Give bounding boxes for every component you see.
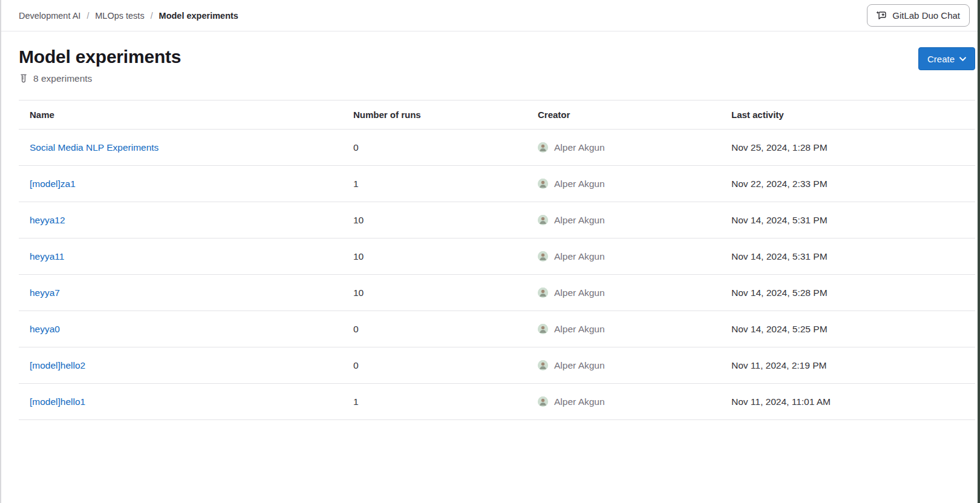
runs-count: 10	[342, 288, 527, 298]
last-activity: Nov 11, 2024, 11:01 AM	[720, 396, 975, 407]
title-block: Model experiments 8 experiments	[19, 46, 181, 84]
create-button-label: Create	[927, 54, 955, 64]
avatar	[538, 251, 548, 261]
table-row: [model]hello2 0 Alper Akgun Nov 11, 2024…	[19, 347, 975, 384]
avatar	[538, 324, 548, 334]
runs-count: 10	[342, 215, 527, 226]
avatar	[538, 142, 548, 153]
last-activity: Nov 11, 2024, 2:19 PM	[720, 360, 975, 371]
create-button[interactable]: Create	[918, 47, 975, 70]
column-header-creator: Creator	[527, 110, 720, 120]
creator-name: Alper Akgun	[554, 251, 605, 262]
beaker-icon	[19, 74, 28, 84]
breadcrumb-link-mlops-tests[interactable]: MLOps tests	[95, 11, 144, 21]
experiment-count: 8 experiments	[19, 73, 181, 84]
runs-count: 0	[342, 360, 527, 371]
duo-chat-icon	[877, 10, 887, 21]
experiments-table: Name Number of runs Creator Last activit…	[19, 100, 975, 420]
table-header-row: Name Number of runs Creator Last activit…	[19, 100, 975, 130]
window-left-edge	[0, 0, 1, 503]
runs-count: 0	[342, 324, 527, 335]
breadcrumb-separator: /	[151, 11, 153, 21]
creator-name: Alper Akgun	[554, 288, 605, 298]
creator-name: Alper Akgun	[554, 360, 605, 371]
creator-name: Alper Akgun	[554, 324, 605, 335]
column-header-number-of-runs: Number of runs	[342, 110, 527, 120]
avatar	[538, 288, 548, 298]
experiment-link[interactable]: [model]za1	[30, 179, 76, 189]
window-right-edge	[978, 0, 980, 503]
breadcrumb-link-development-ai[interactable]: Development AI	[19, 11, 80, 21]
experiment-link[interactable]: [model]hello1	[30, 396, 85, 407]
last-activity: Nov 14, 2024, 5:31 PM	[720, 215, 975, 226]
table-row: heyya12 10 Alper Akgun Nov 14, 2024, 5:3…	[19, 202, 975, 238]
avatar	[538, 179, 548, 189]
breadcrumb-separator: /	[87, 11, 89, 21]
creator-name: Alper Akgun	[554, 215, 605, 226]
last-activity: Nov 14, 2024, 5:31 PM	[720, 251, 975, 262]
table-row: [model]hello1 1 Alper Akgun Nov 11, 2024…	[19, 384, 975, 420]
main-content: Model experiments 8 experiments Create	[0, 46, 980, 420]
breadcrumb: Development AI / MLOps tests / Model exp…	[19, 11, 238, 21]
avatar	[538, 396, 548, 407]
experiment-link[interactable]: [model]hello2	[30, 360, 85, 370]
breadcrumb-bar: Development AI / MLOps tests / Model exp…	[0, 0, 980, 31]
last-activity: Nov 25, 2024, 1:28 PM	[720, 142, 975, 153]
duo-chat-label: GitLab Duo Chat	[892, 10, 960, 21]
runs-count: 0	[342, 142, 527, 153]
experiment-count-label: 8 experiments	[33, 73, 92, 84]
chevron-down-icon	[959, 57, 966, 61]
avatar	[538, 215, 548, 225]
creator-name: Alper Akgun	[554, 142, 605, 153]
creator-name: Alper Akgun	[554, 396, 605, 407]
creator-name: Alper Akgun	[554, 179, 605, 189]
table-row: heyya7 10 Alper Akgun Nov 14, 2024, 5:28…	[19, 275, 975, 311]
experiment-link[interactable]: heyya12	[30, 215, 65, 225]
runs-count: 1	[342, 396, 527, 407]
table-row: Social Media NLP Experiments 0 Alper Akg…	[19, 130, 975, 166]
runs-count: 10	[342, 251, 527, 262]
last-activity: Nov 22, 2024, 2:33 PM	[720, 179, 975, 189]
table-row: [model]za1 1 Alper Akgun Nov 22, 2024, 2…	[19, 166, 975, 202]
experiment-link[interactable]: heyya11	[30, 251, 64, 261]
avatar	[538, 360, 548, 370]
column-header-last-activity: Last activity	[720, 110, 975, 120]
column-header-name: Name	[19, 110, 342, 120]
experiment-link[interactable]: heyya0	[30, 324, 60, 334]
experiment-link[interactable]: Social Media NLP Experiments	[30, 142, 158, 153]
gitlab-duo-chat-button[interactable]: GitLab Duo Chat	[867, 4, 970, 27]
last-activity: Nov 14, 2024, 5:25 PM	[720, 324, 975, 335]
table-row: heyya11 10 Alper Akgun Nov 14, 2024, 5:3…	[19, 238, 975, 275]
runs-count: 1	[342, 179, 527, 189]
page-title: Model experiments	[19, 46, 181, 68]
last-activity: Nov 14, 2024, 5:28 PM	[720, 288, 975, 298]
page-header: Model experiments 8 experiments Create	[19, 46, 975, 84]
breadcrumb-current-model-experiments: Model experiments	[159, 11, 238, 21]
experiment-link[interactable]: heyya7	[30, 288, 60, 298]
table-row: heyya0 0 Alper Akgun Nov 14, 2024, 5:25 …	[19, 311, 975, 347]
